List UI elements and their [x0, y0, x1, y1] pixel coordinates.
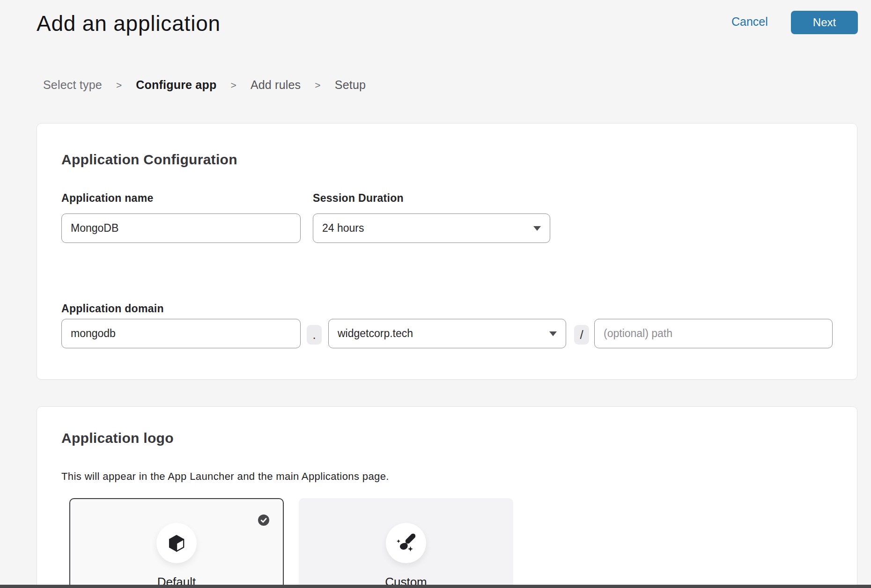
next-button[interactable]: Next — [791, 11, 858, 34]
application-logo-card: Application logo This will appear in the… — [37, 406, 857, 588]
logo-option-default[interactable]: Default — [69, 498, 284, 588]
logo-card-title: Application logo — [61, 430, 174, 446]
step-separator: > — [315, 80, 320, 91]
chevron-down-icon — [549, 331, 557, 336]
wizard-steps: Select type > Configure app > Add rules … — [43, 78, 366, 92]
application-domain-label: Application domain — [61, 302, 164, 315]
path-input[interactable] — [594, 319, 833, 348]
chevron-down-icon — [533, 226, 541, 231]
session-duration-label: Session Duration — [313, 192, 404, 205]
domain-select[interactable]: widgetcorp.tech — [328, 319, 566, 348]
step-add-rules[interactable]: Add rules — [251, 78, 301, 92]
config-card-title: Application Configuration — [61, 152, 237, 168]
step-setup[interactable]: Setup — [335, 78, 366, 92]
application-name-label: Application name — [61, 192, 154, 205]
domain-value: widgetcorp.tech — [338, 327, 413, 340]
default-logo-circle — [156, 523, 197, 563]
paintbrush-icon — [397, 534, 415, 552]
step-configure-app[interactable]: Configure app — [136, 78, 216, 92]
logo-card-description: This will appear in the App Launcher and… — [61, 470, 389, 483]
session-duration-select[interactable]: 24 hours — [313, 213, 550, 243]
custom-logo-circle — [386, 523, 426, 563]
step-select-type[interactable]: Select type — [43, 78, 102, 92]
cube-icon — [169, 534, 185, 552]
cancel-button[interactable]: Cancel — [731, 15, 768, 29]
domain-dot-separator: . — [307, 325, 322, 345]
domain-path-separator: / — [574, 325, 589, 345]
check-icon — [258, 514, 269, 526]
page-title: Add an application — [37, 11, 221, 36]
subdomain-input[interactable] — [61, 319, 301, 348]
application-configuration-card: Application Configuration Application na… — [37, 123, 857, 380]
logo-options: Default Custom — [69, 498, 513, 588]
application-name-input[interactable] — [61, 213, 301, 243]
logo-option-custom[interactable]: Custom — [299, 498, 513, 588]
step-separator: > — [116, 80, 122, 91]
bottom-window-edge — [0, 585, 871, 588]
session-duration-value: 24 hours — [322, 222, 364, 235]
step-separator: > — [230, 80, 236, 91]
